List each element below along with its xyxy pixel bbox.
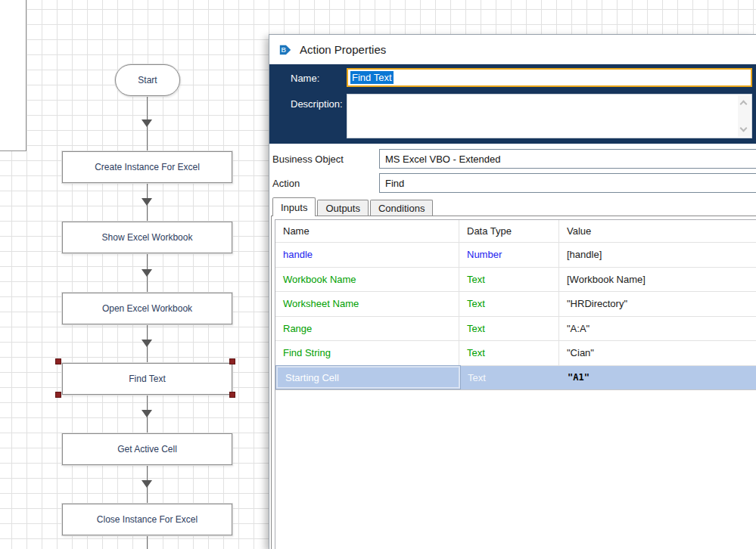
flow-node-open-workbook[interactable]: Open Excel Workbook [62, 293, 232, 324]
table-row[interactable]: Range Text "A:A" [275, 317, 756, 342]
param-type[interactable]: Text [459, 268, 559, 292]
scroll-up-icon[interactable] [740, 101, 748, 108]
flow-node-get-active-cell[interactable]: Get Active Cell [62, 433, 232, 465]
flow-node-start[interactable]: Start [115, 64, 180, 96]
param-type[interactable]: Number [459, 243, 559, 267]
selection-handle[interactable] [55, 358, 61, 364]
action-label: Action [272, 178, 300, 189]
column-header-name[interactable]: Name [275, 220, 459, 242]
param-value[interactable]: [handle] [559, 243, 756, 267]
page-boundary-corner [0, 0, 26, 151]
selection-handle[interactable] [55, 392, 61, 398]
business-object-label: Business Object [272, 154, 344, 165]
flow-node-show-workbook[interactable]: Show Excel Workbook [62, 222, 232, 253]
table-header-row: Name Data Type Value [275, 220, 756, 243]
param-value[interactable]: [Workbook Name] [559, 268, 756, 292]
param-name[interactable]: handle [275, 243, 459, 267]
arrowhead-icon [142, 119, 152, 127]
param-name[interactable]: Find String [275, 341, 459, 365]
name-input[interactable]: Find Text [347, 68, 752, 87]
node-label: Create Instance For Excel [95, 162, 200, 172]
param-type[interactable]: Text [459, 317, 559, 341]
business-object-select[interactable]: MS Excel VBO - Extended [379, 149, 756, 169]
tab-inputs[interactable]: Inputs [272, 197, 316, 216]
name-input-selected-text: Find Text [350, 71, 394, 84]
blue-prism-icon: B [278, 43, 292, 57]
param-name[interactable]: Worksheet Name [275, 292, 459, 316]
param-type[interactable]: Text [460, 366, 560, 390]
param-value[interactable]: "A1" [560, 366, 756, 390]
description-textarea[interactable] [347, 94, 752, 138]
arrowhead-icon [142, 198, 152, 206]
node-label: Get Active Cell [117, 444, 177, 454]
selection-handle[interactable] [229, 358, 235, 364]
table-row[interactable]: Find String Text "Cian" [275, 341, 756, 366]
param-name[interactable]: Range [275, 317, 459, 341]
node-label: Find Text [129, 374, 165, 384]
svg-text:B: B [282, 46, 287, 54]
tab-outputs[interactable]: Outputs [317, 200, 369, 216]
node-label: Start [138, 75, 157, 85]
param-name[interactable]: Workbook Name [275, 268, 459, 292]
table-row[interactable]: handle Number [handle] [275, 243, 756, 268]
param-name[interactable]: Starting Cell [276, 366, 460, 389]
business-object-value: MS Excel VBO - Extended [385, 154, 500, 165]
arrowhead-icon [142, 269, 152, 277]
param-type[interactable]: Text [459, 292, 559, 316]
param-value[interactable]: "HRDirectory" [559, 292, 756, 316]
column-header-value[interactable]: Value [559, 220, 756, 242]
param-value[interactable]: "Cian" [559, 341, 756, 365]
dialog-body: Business Object MS Excel VBO - Extended … [269, 144, 756, 549]
selection-handle[interactable] [229, 392, 235, 398]
action-value: Find [385, 178, 404, 189]
param-value[interactable]: "A:A" [559, 317, 756, 341]
param-type[interactable]: Text [459, 341, 559, 365]
name-description-panel: Name: Find Text Description: [269, 64, 756, 144]
arrowhead-icon [142, 410, 152, 417]
table-row[interactable]: Worksheet Name Text "HRDirectory" [275, 292, 756, 317]
arrowhead-icon [142, 340, 152, 347]
scroll-down-icon[interactable] [740, 125, 748, 132]
node-label: Open Excel Workbook [102, 303, 192, 314]
inputs-tab-panel: Name Data Type Value handle Number [hand… [271, 216, 756, 549]
tab-strip: Inputs Outputs Conditions [272, 197, 434, 216]
action-properties-dialog: B Action Properties Name: Find Text Desc… [269, 34, 756, 549]
arrowhead-icon [142, 480, 152, 488]
dialog-title: Action Properties [300, 43, 386, 56]
node-label: Close Instance For Excel [97, 514, 198, 525]
flow-node-create-instance[interactable]: Create Instance For Excel [62, 151, 232, 183]
action-select[interactable]: Find [379, 173, 756, 193]
table-row[interactable]: Workbook Name Text [Workbook Name] [275, 268, 756, 293]
name-label: Name: [291, 73, 319, 84]
flow-node-close-instance[interactable]: Close Instance For Excel [62, 504, 232, 535]
flow-node-find-text[interactable]: Find Text [62, 363, 232, 395]
dialog-titlebar[interactable]: B Action Properties [269, 35, 756, 64]
inputs-table: Name Data Type Value handle Number [hand… [275, 219, 756, 549]
column-header-data-type[interactable]: Data Type [459, 220, 559, 242]
flow-connector[interactable] [147, 535, 148, 549]
description-label: Description: [291, 98, 343, 110]
tab-conditions[interactable]: Conditions [370, 200, 433, 216]
node-label: Show Excel Workbook [102, 232, 193, 243]
description-scrollbar[interactable] [738, 95, 751, 137]
table-row-selected[interactable]: Starting Cell Text "A1" [275, 366, 756, 391]
